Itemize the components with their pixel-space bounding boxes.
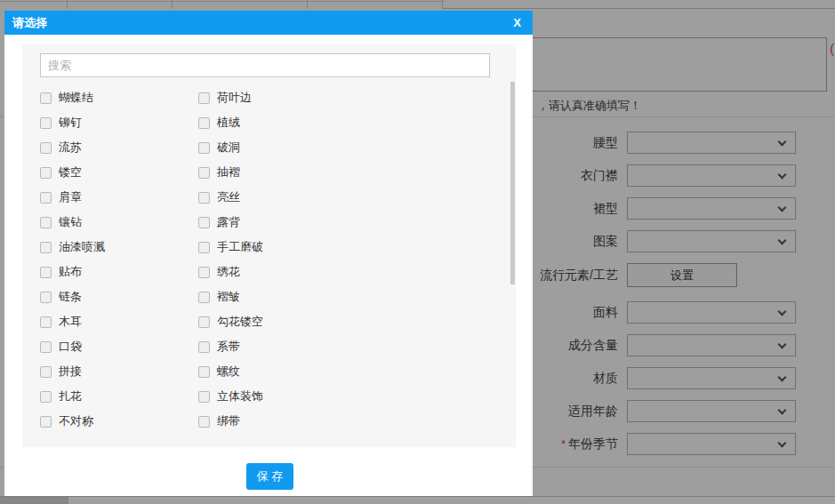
- option-label: 系带: [217, 339, 240, 355]
- option-label: 抽褶: [217, 164, 240, 180]
- option-label: 螺纹: [217, 364, 240, 380]
- option-label: 绑带: [217, 413, 240, 429]
- option-item[interactable]: 荷叶边: [198, 90, 489, 106]
- option-item[interactable]: 亮丝: [198, 189, 489, 205]
- checkbox[interactable]: [198, 366, 210, 378]
- option-item[interactable]: 扎花: [40, 388, 198, 404]
- checkbox[interactable]: [40, 217, 52, 228]
- option-item[interactable]: 链条: [40, 289, 198, 305]
- checkbox[interactable]: [40, 292, 52, 303]
- checkbox[interactable]: [198, 92, 210, 104]
- checkbox[interactable]: [198, 267, 210, 278]
- checkbox[interactable]: [198, 167, 210, 179]
- option-item[interactable]: 绑带: [198, 413, 489, 429]
- checkbox[interactable]: [40, 242, 52, 253]
- option-item[interactable]: 拼接: [40, 364, 198, 380]
- option-label: 拼接: [59, 364, 82, 380]
- options-panel: 蝴蝶结 荷叶边 铆钉 植绒 流苏 破洞 镂空 抽褶 肩章 亮丝 镶钻: [22, 44, 516, 447]
- checkbox[interactable]: [40, 92, 52, 104]
- option-label: 木耳: [59, 314, 82, 330]
- option-label: 绣花: [217, 264, 240, 280]
- checkbox[interactable]: [40, 192, 52, 204]
- option-label: 流苏: [59, 140, 82, 156]
- option-label: 口袋: [59, 339, 82, 355]
- option-item[interactable]: 手工磨破: [198, 239, 489, 255]
- option-item[interactable]: 螺纹: [198, 364, 489, 380]
- checkbox[interactable]: [198, 217, 210, 228]
- checkbox[interactable]: [198, 416, 210, 428]
- option-label: 手工磨破: [217, 239, 263, 255]
- option-item[interactable]: 肩章: [40, 189, 198, 205]
- option-label: 勾花镂空: [217, 314, 263, 330]
- option-item[interactable]: 破洞: [198, 140, 489, 156]
- checkbox[interactable]: [40, 167, 52, 179]
- checkbox[interactable]: [198, 391, 210, 403]
- checkbox[interactable]: [40, 117, 52, 129]
- option-item[interactable]: 不对称: [40, 413, 198, 429]
- options-grid: 蝴蝶结 荷叶边 铆钉 植绒 流苏 破洞 镂空 抽褶 肩章 亮丝 镶钻: [40, 85, 489, 434]
- option-item[interactable]: 勾花镂空: [198, 314, 489, 330]
- save-button[interactable]: 保 存: [246, 463, 293, 490]
- checkbox[interactable]: [198, 341, 210, 353]
- option-label: 荷叶边: [217, 90, 252, 106]
- option-label: 链条: [59, 289, 82, 305]
- option-label: 破洞: [217, 140, 240, 156]
- option-item[interactable]: 抽褶: [198, 164, 489, 180]
- checkbox[interactable]: [198, 242, 210, 253]
- select-dialog: 请选择 X 蝴蝶结 荷叶边 铆钉 植绒 流苏 破洞 镂空 抽褶 肩章: [4, 11, 533, 496]
- checkbox[interactable]: [198, 192, 210, 204]
- option-item[interactable]: 贴布: [40, 264, 198, 280]
- checkbox[interactable]: [40, 142, 52, 154]
- checkbox[interactable]: [40, 416, 52, 428]
- checkbox[interactable]: [40, 391, 52, 403]
- checkbox[interactable]: [198, 316, 210, 328]
- checkbox[interactable]: [198, 142, 210, 154]
- option-item[interactable]: 木耳: [40, 314, 198, 330]
- option-label: 铆钉: [59, 115, 82, 131]
- option-label: 不对称: [59, 413, 93, 429]
- option-item[interactable]: 植绒: [198, 115, 489, 131]
- option-label: 镶钻: [59, 214, 82, 230]
- search-input[interactable]: [40, 53, 490, 77]
- option-label: 亮丝: [217, 189, 240, 205]
- option-item[interactable]: 蝴蝶结: [40, 90, 198, 106]
- option-label: 贴布: [59, 264, 82, 280]
- option-item[interactable]: 镂空: [40, 164, 198, 180]
- option-label: 扎花: [59, 388, 82, 404]
- option-label: 蝴蝶结: [59, 90, 93, 106]
- checkbox[interactable]: [40, 267, 52, 278]
- option-item[interactable]: 口袋: [40, 339, 198, 355]
- horizontal-scrollbar[interactable]: [0, 496, 835, 504]
- option-label: 植绒: [217, 115, 240, 131]
- option-item[interactable]: 露背: [198, 214, 489, 230]
- option-label: 镂空: [59, 164, 82, 180]
- option-item[interactable]: 立体装饰: [198, 388, 489, 404]
- option-item[interactable]: 镶钻: [40, 214, 198, 230]
- checkbox[interactable]: [40, 366, 52, 378]
- dialog-header: 请选择 X: [4, 11, 533, 35]
- option-label: 褶皱: [217, 289, 240, 305]
- option-item[interactable]: 流苏: [40, 140, 198, 156]
- option-label: 肩章: [59, 189, 82, 205]
- checkbox[interactable]: [40, 341, 52, 353]
- checkbox[interactable]: [198, 117, 210, 129]
- option-item[interactable]: 褶皱: [198, 289, 489, 305]
- option-label: 油漆喷溅: [59, 239, 105, 255]
- close-button[interactable]: X: [513, 16, 521, 29]
- option-item[interactable]: 油漆喷溅: [40, 239, 198, 255]
- option-item[interactable]: 系带: [198, 339, 489, 355]
- option-item[interactable]: 绣花: [198, 264, 489, 280]
- option-item[interactable]: 铆钉: [40, 115, 198, 131]
- checkbox[interactable]: [198, 292, 210, 303]
- horizontal-scrollbar-thumb[interactable]: [0, 497, 68, 504]
- option-label: 露背: [217, 214, 240, 230]
- checkbox[interactable]: [40, 316, 52, 328]
- dialog-title: 请选择: [12, 15, 47, 31]
- option-label: 立体装饰: [217, 388, 263, 404]
- vertical-scrollbar-thumb[interactable]: [510, 82, 515, 284]
